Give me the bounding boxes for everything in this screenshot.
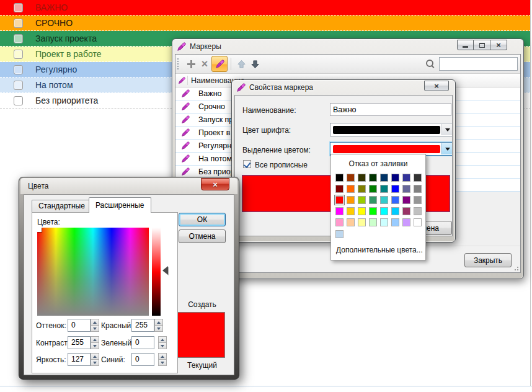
palette-swatch[interactable] <box>402 196 410 204</box>
priority-checkbox[interactable] <box>14 96 23 105</box>
palette-swatch[interactable] <box>358 174 366 182</box>
palette-swatch[interactable] <box>380 207 388 215</box>
luminance-spin-buttons[interactable] <box>91 353 99 366</box>
hue-value[interactable]: 0 <box>68 319 91 332</box>
more-colors-option[interactable]: Дополнительные цвета... <box>331 246 425 254</box>
minimize-button[interactable] <box>457 40 474 50</box>
priority-checkbox[interactable] <box>14 3 23 12</box>
palette-swatch[interactable] <box>369 185 377 193</box>
add-marker-button[interactable] <box>184 57 198 71</box>
palette-swatch[interactable] <box>335 174 344 182</box>
tab-advanced[interactable]: Расширенные <box>89 197 151 213</box>
palette-swatch[interactable] <box>402 207 410 215</box>
properties-close-button[interactable]: × <box>424 81 449 91</box>
palette-swatch[interactable] <box>380 196 388 204</box>
hue-spin-buttons[interactable] <box>91 319 99 332</box>
delete-marker-button[interactable]: × <box>198 57 211 71</box>
palette-swatch[interactable] <box>414 185 422 193</box>
maximize-button[interactable] <box>474 40 490 50</box>
palette-swatch[interactable] <box>402 174 410 182</box>
palette-swatch[interactable] <box>369 218 377 226</box>
red-spin-buttons[interactable] <box>154 319 163 332</box>
priority-row[interactable]: ВАЖНО <box>0 0 531 16</box>
palette-swatch[interactable] <box>414 174 422 182</box>
palette-swatch[interactable] <box>347 185 355 193</box>
palette-swatch[interactable] <box>391 207 399 215</box>
priority-checkbox[interactable] <box>14 81 23 90</box>
colors-close-button[interactable]: × <box>201 178 229 190</box>
palette-swatch[interactable] <box>391 196 399 204</box>
colors-dialog-body: Стандартные Расширенные Цвета: Оттенок: … <box>24 194 234 375</box>
dropdown-arrow-button[interactable] <box>441 143 453 154</box>
move-down-button[interactable] <box>248 57 262 71</box>
font-color-dropdown[interactable] <box>330 123 453 136</box>
palette-swatch[interactable] <box>391 185 399 193</box>
priority-row[interactable]: СРОЧНО <box>0 16 531 31</box>
colors-titlebar[interactable]: Цвета × <box>20 178 237 194</box>
palette-swatch[interactable] <box>358 196 366 204</box>
colors-cancel-button[interactable]: Отмена <box>179 229 226 243</box>
palette-swatch[interactable] <box>358 218 366 226</box>
palette-swatch[interactable] <box>335 196 344 204</box>
palette-swatch[interactable] <box>402 185 410 193</box>
luminance-bar[interactable] <box>152 228 161 316</box>
recent-color-swatch[interactable] <box>335 230 344 238</box>
hue-saturation-field[interactable] <box>37 228 149 316</box>
red-value[interactable]: 255 <box>131 319 154 332</box>
saturation-value[interactable]: 255 <box>68 336 91 349</box>
palette-swatch[interactable] <box>380 185 388 193</box>
palette-swatch[interactable] <box>358 185 366 193</box>
palette-swatch[interactable] <box>347 218 355 226</box>
tab-standard[interactable]: Стандартные <box>32 200 92 213</box>
colors-ok-button[interactable]: ОК <box>179 213 226 226</box>
luminance-slider[interactable] <box>162 266 168 275</box>
name-input[interactable] <box>330 103 451 116</box>
palette-swatch[interactable] <box>347 196 355 204</box>
palette-swatch[interactable] <box>402 218 410 226</box>
palette-swatch[interactable] <box>391 218 399 226</box>
palette-swatch[interactable] <box>335 185 344 193</box>
palette-swatch[interactable] <box>380 174 388 182</box>
close-button[interactable]: × <box>490 40 507 50</box>
priority-checkbox[interactable] <box>14 34 23 43</box>
priority-checkbox[interactable] <box>14 50 23 59</box>
marker-icon <box>181 102 190 111</box>
palette-swatch[interactable] <box>369 196 377 204</box>
green-value[interactable]: 0 <box>131 336 154 349</box>
palette-swatch[interactable] <box>414 196 422 204</box>
luminance-value[interactable]: 127 <box>68 353 91 366</box>
priority-checkbox[interactable] <box>14 19 23 28</box>
palette-swatch[interactable] <box>347 174 355 182</box>
spin-down-icon <box>161 345 164 347</box>
blue-value[interactable]: 0 <box>131 353 154 366</box>
color-selection-marker[interactable] <box>37 228 42 232</box>
palette-swatch[interactable] <box>414 207 422 215</box>
blue-spin-buttons[interactable] <box>158 353 167 366</box>
palette-swatch[interactable] <box>335 218 344 226</box>
palette-swatch[interactable] <box>391 174 399 182</box>
palette-swatch[interactable] <box>369 207 377 215</box>
palette-swatch[interactable] <box>414 218 422 226</box>
edit-marker-button[interactable] <box>211 56 228 72</box>
resize-grip[interactable] <box>513 265 519 271</box>
search-input[interactable] <box>439 57 518 71</box>
palette-swatch[interactable] <box>358 207 366 215</box>
move-up-button[interactable] <box>234 57 248 71</box>
spin-up-icon <box>161 339 164 341</box>
toolbar-grip[interactable] <box>177 58 180 69</box>
palette-swatch[interactable] <box>380 218 388 226</box>
green-spin-buttons[interactable] <box>158 336 167 349</box>
saturation-spin-buttons[interactable] <box>91 336 99 349</box>
marker-row-label: Важно <box>198 89 222 98</box>
palette-swatch[interactable] <box>369 174 377 182</box>
palette-swatch[interactable] <box>347 207 355 215</box>
properties-titlebar[interactable]: Свойства маркера <box>234 80 453 95</box>
close-window-button[interactable]: Закрыть <box>464 253 512 267</box>
priority-checkbox[interactable] <box>14 65 23 74</box>
no-fill-option[interactable]: Отказ от заливки <box>331 158 425 170</box>
delete-icon: × <box>202 59 208 69</box>
dropdown-arrow-button[interactable] <box>441 124 453 135</box>
all-caps-checkbox[interactable] <box>243 160 251 168</box>
priority-label: СРОЧНО <box>35 18 73 28</box>
palette-swatch[interactable] <box>335 207 344 215</box>
